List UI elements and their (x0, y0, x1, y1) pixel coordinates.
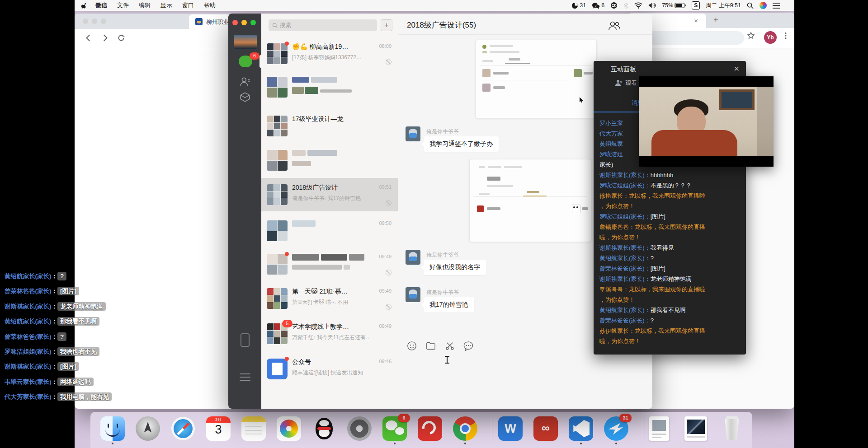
calendar-dock-icon[interactable]: 3月3 (206, 416, 231, 441)
image-message-screenshot[interactable] (476, 40, 597, 118)
overlay-message-text: [图片] (57, 287, 79, 295)
chat-list-item[interactable]: 09:50 (261, 214, 398, 247)
trash-dock-icon[interactable] (720, 416, 744, 441)
input-method-icon[interactable]: S (692, 1, 700, 9)
overlay-comment: 黄绍航家长(家长)：那我看不见啊 (5, 317, 99, 326)
photos-dock-icon[interactable] (277, 416, 301, 441)
settings-menu-icon[interactable] (240, 371, 250, 383)
window-close-button[interactable] (232, 20, 238, 25)
tab-close-icon[interactable]: × (694, 17, 698, 24)
system-preferences-dock-icon[interactable] (347, 416, 372, 441)
panel-sender-name: 黄绍航家 (599, 140, 623, 147)
notification-status-icon[interactable]: 31 (571, 2, 586, 9)
back-icon[interactable] (85, 34, 93, 42)
chat-list-item[interactable]: 2018级广告设计09:51俺是你牛爷爷: 我17的钟雪艳 (261, 178, 398, 211)
search-input[interactable]: 搜索 (269, 19, 377, 31)
battery-status[interactable]: 75% (662, 2, 686, 9)
wifi-icon[interactable] (634, 2, 642, 9)
menu-item-0[interactable]: 微信 (90, 0, 112, 11)
blurred-text-block (292, 87, 304, 94)
menu-item-3[interactable]: 显示 (156, 0, 177, 11)
contacts-nav-icon[interactable] (239, 76, 251, 88)
siri-icon[interactable] (760, 2, 767, 9)
chat-list: 搜索 + ✊💪 柳高高新19…08:00[17条] 杨寒羽妈妈1336772…1… (261, 14, 398, 409)
chat-list-item[interactable]: ✊💪 柳高高新19…08:00[17条] 杨寒羽妈妈1336772… (261, 37, 398, 70)
bluetooth-icon[interactable] (623, 2, 628, 9)
chat-list-item[interactable]: 17级毕业设计—龙 (261, 109, 398, 143)
dingtalk-dock-icon[interactable]: 31 (604, 416, 628, 441)
panel-chat-line: 谢斯祺家长(家长)：hhhhhhh (599, 170, 741, 180)
volume-icon[interactable] (648, 2, 656, 9)
favorites-box-icon[interactable] (239, 91, 251, 103)
blurred-text-block (349, 254, 364, 261)
profile-avatar[interactable]: Yb (764, 31, 777, 44)
finder-dock-icon[interactable] (100, 416, 125, 441)
bookmark-star-icon[interactable] (747, 32, 755, 40)
window-zoom-button[interactable] (250, 20, 256, 25)
new-tab-icon[interactable]: + (713, 15, 718, 25)
wechat-status-icon[interactable]: 6 (592, 2, 604, 9)
overlay-colon: ： (52, 273, 58, 280)
chat-list-item[interactable] (261, 70, 398, 104)
wps-office-dock-icon[interactable]: W (498, 416, 523, 441)
sender-avatar[interactable] (406, 126, 420, 141)
document-file-dock-icon[interactable] (649, 416, 669, 441)
window-minimize-button[interactable] (92, 19, 97, 24)
vscode-dock-icon[interactable] (569, 416, 593, 441)
mobile-phone-icon[interactable] (241, 333, 250, 347)
creative-cloud-icon[interactable] (610, 2, 618, 9)
window-zoom-button[interactable] (101, 19, 106, 24)
site-favicon (195, 18, 203, 25)
chat-last-message: 万紫千红: 我今天11点左右还有… (292, 334, 369, 341)
apple-menu-icon[interactable] (81, 2, 88, 9)
emoji-icon[interactable] (407, 341, 417, 351)
wechat-dock-icon[interactable]: 6 (382, 416, 407, 441)
menu-kebab-icon[interactable] (782, 32, 789, 40)
chat-list-item[interactable]: 第一天🐱 21班·慕…09:49第①天打卡🐱 喵~: 不用 (261, 282, 398, 315)
menu-item-4[interactable]: 窗口 (177, 0, 199, 11)
overlay-sender-name: 黄绍航家长(家长) (5, 273, 52, 280)
netease-music-dock-icon[interactable] (418, 416, 442, 441)
wechat-unread-count: 6 (601, 2, 604, 9)
menu-item-5[interactable]: 帮助 (199, 0, 221, 11)
window-minimize-button[interactable] (241, 20, 247, 25)
chat-history-icon[interactable] (463, 341, 474, 351)
group-members-icon[interactable] (608, 20, 621, 31)
image-message-screenshot[interactable] (469, 159, 591, 242)
menu-item-2[interactable]: 编辑 (134, 0, 156, 11)
forward-icon[interactable] (101, 34, 109, 42)
menu-item-1[interactable]: 文件 (112, 0, 134, 11)
chat-list-item[interactable] (261, 144, 398, 177)
wechat-badge: 6 (398, 414, 410, 422)
chrome-dock-icon[interactable] (453, 416, 477, 441)
chat-list-item[interactable]: 09:49 (261, 247, 398, 281)
unread-dot (285, 42, 289, 46)
qq-dock-icon[interactable] (312, 416, 336, 441)
user-avatar[interactable] (234, 35, 257, 49)
clock[interactable]: 周二 上午9:51 (706, 2, 741, 9)
sender-avatar[interactable] (406, 250, 420, 265)
chat-list-item[interactable]: 艺术学院线上教学…09:49万紫千红: 我今天11点左右还有…5 (261, 317, 398, 350)
window-close-button[interactable] (83, 19, 88, 24)
add-chat-button[interactable]: + (381, 19, 392, 31)
screenshot-scissors-icon[interactable] (445, 341, 455, 351)
notes-dock-icon[interactable] (241, 416, 266, 441)
chat-list-item[interactable]: 公众号09:46顺丰速运:[链接] 快递发出通知 (261, 352, 398, 386)
launchpad-dock-icon[interactable] (136, 416, 160, 441)
adobe-creative-cloud-dock-icon[interactable]: ∞ (533, 416, 558, 441)
panel-sender-name: 代大芳家 (599, 130, 623, 137)
panel-title: 互动面板 (611, 65, 636, 74)
image-file-dock-icon[interactable] (684, 416, 707, 441)
chat-last-message: 俺是你牛爷爷: 我17的钟雪艳 (292, 195, 361, 202)
screen: 柳州职业技术学院 × 不安全 mobilelearn.cha 课堂活动 > 进行… (0, 0, 868, 448)
notification-center-icon[interactable] (773, 3, 780, 9)
blurred-text-block (292, 220, 316, 227)
panel-chat-line: 曾荣林爸爸(家长)：? (599, 315, 741, 326)
sender-avatar[interactable] (406, 287, 420, 302)
panel-sender-name: 黄绍航家长(家长)： (599, 255, 651, 261)
safari-dock-icon[interactable] (171, 416, 195, 441)
spotlight-search-icon[interactable] (747, 2, 754, 9)
reload-icon[interactable] (117, 34, 125, 42)
panel-close-icon[interactable]: ✕ (734, 65, 740, 73)
file-folder-icon[interactable] (426, 341, 436, 351)
